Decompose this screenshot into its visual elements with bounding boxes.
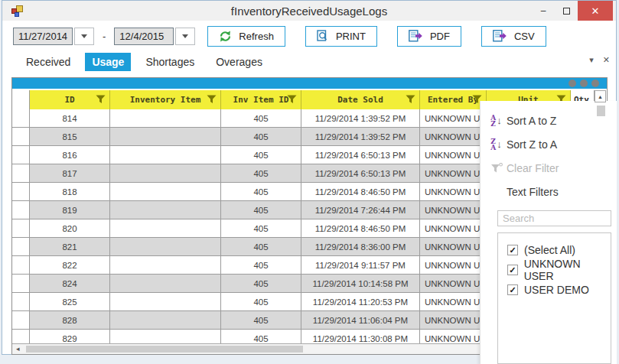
cell-entered_by: UNKNOWN USER (420, 183, 487, 200)
csv-button[interactable]: CSV (481, 26, 546, 47)
column-header-label: Entered By (428, 95, 478, 105)
row-selector-cell[interactable] (12, 201, 30, 219)
menu-item-label: Sort A to Z (507, 115, 556, 127)
cell-entered_by: UNKNOWN USER (420, 330, 487, 343)
cell-id: 822 (30, 256, 110, 274)
cell-date_sold: 11/29/2014 11:20:53 PM (301, 293, 420, 310)
cell-date_sold: 11/29/2014 11:30:08 PM (301, 330, 420, 343)
row-selector-cell[interactable] (12, 275, 30, 292)
cell-date_sold: 11/29/2014 8:46:50 PM (301, 183, 420, 200)
tab-strip: ReceivedUsageShortagesOverages ▾ ✕ (2, 51, 616, 73)
maximize-icon (563, 8, 570, 15)
date-from-input[interactable]: 11/27/2014 (13, 28, 73, 45)
column-header-id[interactable]: ID (30, 90, 110, 109)
maximize-button[interactable] (555, 1, 578, 21)
cell-entered_by: UNKNOWN USER (420, 128, 487, 145)
cell-id: 825 (30, 293, 110, 310)
print-preview-icon (317, 30, 329, 43)
menu-item-sort-z-to-a[interactable]: ZA↓Sort Z to A (481, 132, 617, 156)
filter-option-user-demo[interactable]: ✓USER DEMO (498, 280, 611, 300)
title-bar: fInventoryReceivedUsageLogs – ✕ (2, 1, 616, 21)
row-selector-cell[interactable] (12, 238, 30, 255)
row-selector-cell[interactable] (12, 311, 30, 329)
filter-funnel-icon[interactable] (207, 95, 217, 104)
cell-entered_by: UNKNOWN USER (420, 164, 487, 182)
cell-id: 829 (30, 330, 110, 343)
tab-menu-icon[interactable]: ▾ (589, 55, 594, 65)
cell-inventory_item (110, 109, 221, 127)
tab-overages[interactable]: Overages (209, 53, 269, 71)
tab-usage[interactable]: Usage (85, 53, 131, 71)
row-selector-cell[interactable] (12, 164, 30, 182)
cell-date_sold: 11/29/2014 1:39:52 PM (301, 109, 420, 127)
checkbox-icon[interactable]: ✓ (507, 245, 518, 255)
cell-inventory_item (110, 238, 221, 255)
filter-funnel-icon[interactable] (96, 95, 106, 104)
cell-entered_by: UNKNOWN USER (420, 311, 487, 329)
cell-date_sold: 11/29/2014 10:14:58 PM (301, 275, 420, 292)
cell-id: 815 (30, 128, 110, 145)
checkbox-icon[interactable]: ✓ (507, 284, 518, 295)
column-header-entered_by[interactable]: Entered By (420, 90, 487, 109)
column-header-label: Date Sold (337, 95, 383, 105)
refresh-button[interactable]: Refresh (207, 26, 285, 47)
cell-entered_by: UNKNOWN USER (420, 256, 487, 274)
cell-entered_by: UNKNOWN USER (420, 109, 487, 127)
vertical-scrollbar[interactable]: ▲ (595, 90, 607, 116)
row-selector-cell[interactable] (12, 146, 30, 164)
print-button[interactable]: PRINT (305, 26, 377, 47)
filter-search-input[interactable] (497, 210, 611, 226)
filter-options-list: ✓(Select All)✓UNKNOWN USER✓USER DEMO (497, 232, 611, 364)
print-button-label: PRINT (336, 31, 366, 42)
filter-option-label: (Select All) (524, 244, 575, 256)
cell-id: 828 (30, 311, 110, 329)
cell-date_sold: 11/29/2014 6:50:13 PM (301, 164, 420, 182)
date-to-input[interactable]: 12/4/2015 (114, 28, 174, 45)
cell-inv_item_id: 405 (221, 109, 301, 127)
tab-received[interactable]: Received (19, 53, 77, 71)
cell-entered_by: UNKNOWN USER (420, 201, 487, 219)
date-to-dropdown-button[interactable] (175, 28, 195, 45)
cell-date_sold: 11/29/2014 9:11:57 PM (301, 256, 420, 274)
row-selector-cell[interactable] (12, 128, 30, 145)
date-from-dropdown-button[interactable] (74, 28, 94, 45)
checkbox-icon[interactable]: ✓ (507, 265, 518, 275)
row-selector-cell[interactable] (12, 109, 30, 127)
column-header-date_sold[interactable]: Date Sold (301, 90, 420, 109)
row-selector-cell[interactable] (12, 183, 30, 200)
filter-funnel-icon[interactable] (406, 95, 415, 104)
tab-shortages[interactable]: Shortages (138, 53, 201, 71)
cell-id: 817 (30, 164, 110, 182)
row-selector-cell[interactable] (12, 330, 30, 343)
tab-close-icon[interactable]: ✕ (603, 55, 610, 65)
cell-id: 816 (30, 146, 110, 164)
cell-date_sold: 11/29/2014 7:26:44 PM (301, 201, 420, 219)
cell-inventory_item (110, 164, 221, 182)
date-from-group: 11/27/2014 (13, 28, 94, 45)
cell-inv_item_id: 405 (221, 256, 301, 274)
cell-inventory_item (110, 311, 221, 329)
chevron-down-icon (182, 34, 188, 38)
row-selector-cell[interactable] (12, 219, 30, 237)
cell-inv_item_id: 405 (221, 330, 301, 343)
menu-item-label: Clear Filter (507, 162, 559, 174)
cell-inv_item_id: 405 (221, 311, 301, 329)
scroll-up-icon[interactable]: ▲ (595, 90, 606, 102)
export-pdf-icon (409, 30, 423, 42)
row-selector-cell[interactable] (12, 256, 30, 274)
scroll-left-icon[interactable]: ◂ (16, 345, 20, 353)
column-header-inv_item_id[interactable]: Inv Item ID (221, 90, 301, 109)
filter-funnel-icon[interactable] (287, 95, 297, 104)
pdf-button[interactable]: PDF (397, 26, 461, 47)
menu-item-text-filters[interactable]: Text Filters (481, 180, 617, 203)
vertical-scrollbar-thumb[interactable] (597, 106, 605, 116)
row-selector-cell[interactable] (12, 293, 30, 310)
cell-inventory_item (110, 275, 221, 292)
horizontal-scrollbar-thumb[interactable] (26, 346, 303, 353)
column-header-inventory_item[interactable]: Inventory Item (110, 90, 221, 109)
filter-option-unknown-user[interactable]: ✓UNKNOWN USER (498, 260, 611, 280)
minimize-button[interactable]: – (532, 1, 555, 21)
grid-caption-bar[interactable] (12, 78, 607, 89)
close-button[interactable]: ✕ (578, 1, 613, 21)
chevron-down-icon (81, 34, 87, 38)
